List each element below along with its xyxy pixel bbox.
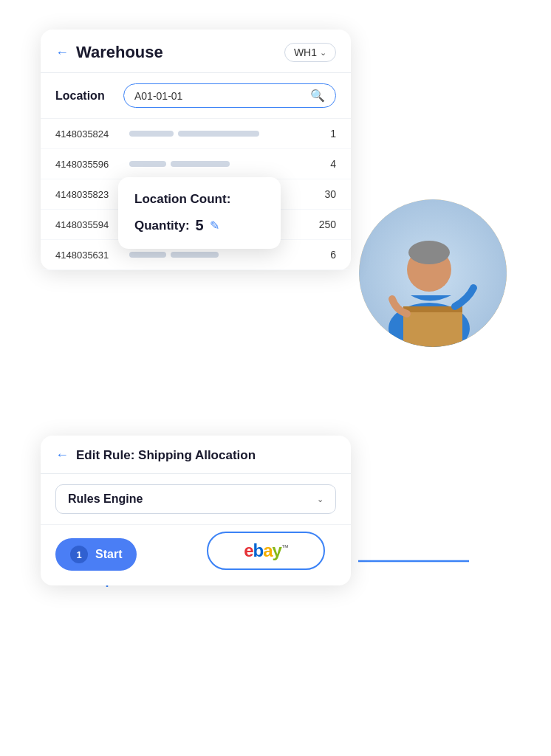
rules-title: Edit Rule: Shipping Allocation <box>76 448 256 463</box>
row-qty: 250 <box>314 219 336 230</box>
row-qty: 30 <box>314 188 336 200</box>
ebay-b: b <box>253 540 263 560</box>
ebay-y: y <box>273 540 281 560</box>
table-row: 4148035596 4 <box>41 149 351 179</box>
edit-icon[interactable]: ✎ <box>210 219 219 233</box>
location-value: A01-01-01 <box>134 90 304 102</box>
row-bars <box>129 252 314 258</box>
rules-engine-dropdown[interactable]: Rules Engine ⌄ <box>55 484 336 514</box>
tooltip-quantity-label: Quantity: <box>134 219 190 233</box>
tooltip-quantity-row: Quantity: 5 ✎ <box>134 217 264 234</box>
row-qty: 4 <box>314 158 336 170</box>
location-tooltip: Location Count: Quantity: 5 ✎ <box>118 177 281 249</box>
bar-secondary <box>171 252 219 258</box>
bar-secondary <box>178 131 259 137</box>
rules-engine-label: Rules Engine <box>68 492 143 506</box>
ebay-a: a <box>263 540 272 560</box>
row-id: 4148035631 <box>55 250 129 261</box>
back-arrow-icon[interactable]: ← <box>55 45 69 61</box>
row-bars <box>129 161 314 167</box>
ebay-logo: ebay™ <box>244 540 288 561</box>
start-number: 1 <box>70 546 88 563</box>
tooltip-quantity-value: 5 <box>196 217 204 234</box>
chevron-down-icon: ⌄ <box>317 495 324 504</box>
row-qty: 6 <box>314 249 336 261</box>
row-id: 4148035596 <box>55 159 129 170</box>
rules-edit-prefix: Edit Rule: <box>76 448 134 462</box>
person-avatar <box>359 199 507 347</box>
search-icon[interactable]: 🔍 <box>310 89 325 103</box>
rules-dropdown-row: Rules Engine ⌄ <box>41 474 351 525</box>
location-label: Location <box>55 89 114 103</box>
ebay-node[interactable]: ebay™ <box>207 532 325 570</box>
bar-primary <box>129 252 166 258</box>
ebay-e: e <box>244 540 253 560</box>
svg-rect-5 <box>403 306 462 347</box>
svg-point-4 <box>408 241 450 264</box>
ebay-node-container: ebay™ <box>207 532 325 570</box>
warehouse-header: ← Warehouse WH1 ⌄ <box>41 30 351 73</box>
warehouse-badge-label: WH1 <box>294 47 317 58</box>
warehouse-title: Warehouse <box>76 43 277 62</box>
bar-primary <box>129 161 166 167</box>
row-qty: 1 <box>314 128 336 140</box>
person-illustration <box>359 199 507 347</box>
start-node[interactable]: 1 Start <box>55 538 137 571</box>
location-row: Location A01-01-01 🔍 <box>41 73 351 119</box>
row-id: 4148035824 <box>55 128 129 140</box>
start-label: Start <box>95 548 122 561</box>
chevron-down-icon: ⌄ <box>320 48 326 58</box>
rules-header: ← Edit Rule: Shipping Allocation <box>41 436 351 474</box>
row-bars <box>129 131 314 137</box>
bar-secondary <box>171 161 230 167</box>
warehouse-badge-selector[interactable]: WH1 ⌄ <box>284 43 336 62</box>
ebay-tm: ™ <box>281 543 288 551</box>
tooltip-title: Location Count: <box>134 192 264 207</box>
location-input[interactable]: A01-01-01 🔍 <box>123 83 336 108</box>
table-row: 4148035824 1 <box>41 119 351 149</box>
back-arrow-rules-icon[interactable]: ← <box>55 447 69 463</box>
bar-primary <box>129 131 174 137</box>
rules-rule-name: Shipping Allocation <box>138 448 256 462</box>
